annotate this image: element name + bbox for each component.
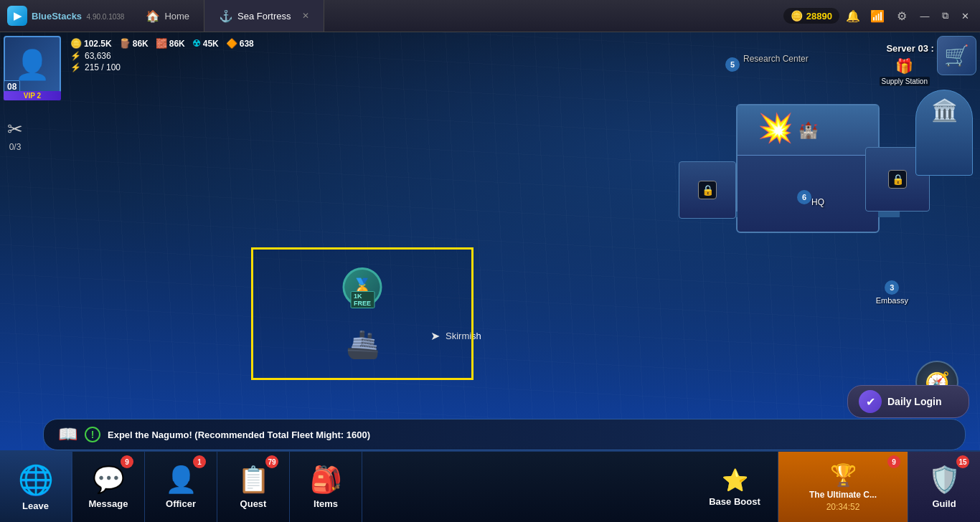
hq-number: 6 [797,190,811,204]
tab-home-label: Home [164,11,189,22]
bluestacks-logo: ▶ BlueStacks 4.90.0.1038 [0,6,131,26]
food-value: 86K [169,39,185,49]
title-bar-right: 🪙 28890 🔔 📶 ⚙ — ⧉ ✕ [783,5,980,27]
food-icon: 🧱 [156,38,167,49]
lock-icon: 🔒 [698,181,717,199]
message-badge: 9 [121,455,133,468]
message-button[interactable]: 9 💬 Message [72,452,144,522]
guild-label: Guild [932,498,956,509]
embassy-number: 3 [885,280,899,295]
officer-icon: 👤 [165,465,197,495]
token-icon: 🏅 1K FREE [343,267,382,307]
gold-icon: 🪙 [70,38,82,49]
hq-label: HQ [811,197,824,207]
dome-icon: 🏛️ [931,98,958,123]
tools-count: 0/3 [9,142,22,152]
bottom-navigation: 🌐 Leave 9 💬 Message 1 👤 Officer 79 📋 Que… [0,450,980,522]
energy-value: 215 / 100 [85,62,121,72]
token-badge: 1K FREE [350,291,374,308]
power-value: 63,636 [85,51,111,61]
message-icon: 💬 [93,465,125,495]
oil-value: 45K [203,39,219,49]
quest-book-icon: 📖 [58,425,77,444]
coin-amount: 28890 [806,11,832,22]
left-platform: 🔒 [679,161,736,219]
power-stat: ⚡ 63,636 [70,51,254,61]
minimize-button[interactable]: — [915,6,934,25]
resources-row: 🪙 102.5K 🪵 86K 🧱 86K ☢ 45K [70,38,254,49]
avatar-image: 👤 [14,48,50,82]
oil-icon: ☢ [192,38,201,49]
avatar-container[interactable]: 👤 08 VIP 2 [4,36,65,100]
daily-login-button[interactable]: ✔ Daily Login [847,385,969,418]
bs-logo-icon: ▶ [7,6,27,26]
dome-building: 🏛️ [915,90,973,176]
gold-resource: 🪙 102.5K [70,38,112,49]
settings-icon[interactable]: ⚙ [891,5,913,27]
player-panel: 👤 08 VIP 2 🪙 102.5K 🪵 86K 🧱 [4,36,254,100]
food-resource: 🧱 86K [156,38,185,49]
game-area: 👤 08 VIP 2 🪙 102.5K 🪵 86K 🧱 [0,32,980,522]
embassy-area: 3 Embassy [876,280,908,305]
right-arm [878,212,900,217]
events-badge: 9 [887,455,900,468]
title-bar: ▶ BlueStacks 4.90.0.1038 🏠 Home ⚓ Sea Fo… [0,0,980,32]
items-label: Items [314,498,338,509]
base-boost-label: Base Boost [709,496,760,507]
items-button[interactable]: 🎒 Items [290,452,362,522]
quest-button[interactable]: 79 📋 Quest [217,452,289,522]
coin-display: 🪙 28890 [783,8,839,24]
embassy-label: Embassy [876,296,908,305]
right-lock-icon: 🔒 [888,170,907,189]
ingame-coin-icon: 🔶 [226,38,237,49]
window-controls: — ⧉ ✕ [915,6,974,25]
boost-star-icon: ⭐ [722,468,748,493]
close-button[interactable]: ✕ [956,6,974,25]
tab-game-label: Sea Fortress [237,11,291,22]
energy-icon: ⚡ [70,62,81,72]
coin-icon: 🪙 [791,10,803,22]
tab-sea-fortress[interactable]: ⚓ Sea Fortress ✕ [204,0,324,32]
oil-resource: ☢ 45K [192,38,219,49]
quest-alert-icon: ! [85,427,100,442]
officer-badge: 1 [193,455,206,468]
vip-badge: VIP 2 [4,91,61,100]
officer-label: Officer [166,498,196,509]
events-title: The Ultimate C... [809,490,877,500]
highlight-box[interactable]: 🏅 1K FREE 🚢 [251,247,473,380]
notification-icon[interactable]: 🔔 [842,5,864,27]
bs-version: 4.90.0.1038 [87,13,125,21]
leave-button[interactable]: 🌐 Leave [0,452,72,522]
nav-spacer [362,452,692,522]
close-tab-icon[interactable]: ✕ [302,11,309,21]
items-icon: 🎒 [310,465,342,495]
guild-icon: 🛡️ [928,465,961,495]
events-button[interactable]: 9 🏆 The Ultimate C... 20:34:52 [778,452,908,522]
globe-icon: 🌐 [18,463,54,497]
restore-button[interactable]: ⧉ [936,6,954,25]
base-boost-button[interactable]: ⭐ Base Boost [692,452,778,522]
tab-home[interactable]: 🏠 Home [131,0,204,32]
quest-text: Expel the Nagumo! (Recommended Total Fle… [108,430,370,440]
daily-login-icon: ✔ [859,390,882,413]
player-stats: 🪙 102.5K 🪵 86K 🧱 86K ☢ 45K [70,38,254,72]
wood-icon: 🪵 [119,38,131,49]
coin-resource: 🔶 638 [226,38,254,49]
leave-label: Leave [22,500,49,511]
wood-resource: 🪵 86K [119,38,149,49]
daily-login-label: Daily Login [887,396,941,407]
coin-value: 638 [240,39,254,49]
home-icon: 🏠 [146,9,160,23]
quest-icon: 📋 [237,465,270,495]
signal-icon: 📶 [867,5,888,27]
left-tools-panel[interactable]: ✂ 0/3 [7,118,23,152]
officer-button[interactable]: 1 👤 Officer [145,452,217,522]
secondary-stats: ⚡ 63,636 ⚡ 215 / 100 [70,51,254,72]
ship-icon: 🚢 [346,328,380,360]
events-timer: 20:34:52 [826,502,860,512]
base-structure: 🏰 🔒 🔒 HQ 6 💥 3 Embassy [679,90,930,305]
events-trophy-icon: 🏆 [830,462,857,488]
guild-button[interactable]: 15 🛡️ Guild [908,452,980,522]
free-token[interactable]: 🏅 1K FREE [343,267,382,307]
quest-badge: 79 [265,455,278,468]
